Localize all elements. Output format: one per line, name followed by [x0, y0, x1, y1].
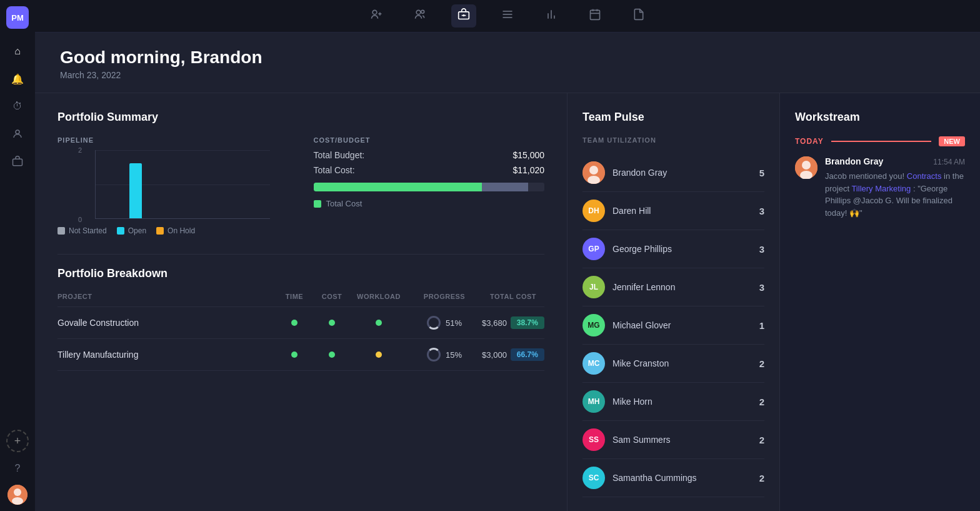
- svg-rect-17: [591, 10, 600, 19]
- team-name-sam: Sam Summers: [612, 435, 752, 445]
- ws-content: Brandon Gray 11:54 AM Jacob mentioned yo…: [825, 156, 965, 219]
- team-member-sam: SS Sam Summers 2: [582, 421, 764, 459]
- total-cost-row: Total Cost: $11,020: [314, 165, 545, 175]
- workload-dot-1: [351, 320, 407, 326]
- legend-label-on-hold: On Hold: [168, 226, 195, 235]
- avatar-samantha: SC: [582, 467, 605, 489]
- nav-document[interactable]: [626, 4, 651, 28]
- cost-budget-label: COST/BUDGET: [314, 136, 545, 144]
- sidebar-avatar[interactable]: [8, 485, 28, 505]
- main-content: Good morning, Brandon March 23, 2022 Por…: [35, 33, 980, 511]
- sidebar-item-home[interactable]: ⌂: [6, 40, 29, 63]
- nav-users[interactable]: [408, 4, 432, 28]
- top-nav: [35, 0, 980, 33]
- time-status-1: [291, 320, 298, 326]
- svg-point-22: [589, 166, 598, 175]
- today-label: TODAY: [795, 137, 824, 146]
- svg-point-5: [372, 10, 377, 14]
- team-member-mike-c: MC Mike Cranston 2: [582, 345, 764, 383]
- team-count-mike-h: 2: [759, 397, 764, 407]
- pipeline-chart: PIPELINE 2 0: [58, 136, 289, 235]
- sidebar-item-clock[interactable]: ⏱: [6, 95, 29, 118]
- workload-status-1: [376, 320, 382, 326]
- workstream-panel: Workstream TODAY NEW Brandon Gray: [780, 93, 980, 511]
- team-member-michael: MG Michael Glover 1: [582, 306, 764, 345]
- progress-badge-1: 38.7%: [511, 316, 544, 329]
- sidebar-help[interactable]: ?: [6, 457, 29, 480]
- avatar-mike-h: MH: [582, 390, 605, 413]
- svg-point-6: [416, 10, 421, 14]
- ws-item-header: Brandon Gray 11:54 AM: [825, 156, 965, 166]
- team-count-samantha: 2: [759, 473, 764, 483]
- svg-point-25: [802, 161, 811, 169]
- cost-legend: Total Cost: [314, 199, 545, 208]
- budget-fill-gray: [482, 183, 528, 191]
- nav-add-user[interactable]: [364, 4, 389, 28]
- total-cost-cell-2: $3,000 66.7%: [482, 348, 544, 361]
- page-header: Good morning, Brandon March 23, 2022: [35, 33, 980, 93]
- team-member-george: GP George Phillips 3: [582, 230, 764, 268]
- budget-fill-green: [314, 183, 482, 191]
- nav-calendar[interactable]: [582, 4, 608, 28]
- workstream-today-header: TODAY NEW: [795, 136, 965, 146]
- svg-point-0: [16, 130, 19, 134]
- time-dot-2: [276, 352, 313, 358]
- nav-briefcase[interactable]: [451, 4, 476, 28]
- team-count-mike-c: 2: [759, 358, 764, 369]
- col-progress: PROGRESS: [407, 293, 482, 300]
- team-name-daren: Daren Hill: [612, 206, 752, 216]
- budget-bar: [314, 183, 545, 191]
- svg-point-4: [12, 497, 23, 505]
- chart-container: 2 0: [95, 150, 270, 219]
- total-cost-value: $11,020: [512, 165, 544, 175]
- team-count-jennifer: 3: [759, 282, 764, 293]
- nav-chart[interactable]: [539, 4, 564, 28]
- ws-timestamp: 11:54 AM: [933, 158, 965, 166]
- workload-status-2: [376, 352, 382, 358]
- team-member-samantha: SC Samantha Cummings 2: [582, 459, 764, 497]
- legend-dot-on-hold: [156, 227, 164, 235]
- cost-budget: COST/BUDGET Total Budget: $15,000 Total …: [314, 136, 545, 235]
- new-badge: NEW: [939, 136, 965, 146]
- dashboard-panels: Portfolio Summary PIPELINE: [35, 93, 980, 511]
- today-line: [831, 141, 932, 142]
- legend-dot-open: [117, 227, 124, 235]
- ws-text-prefix: Jacob mentioned you!: [825, 171, 907, 181]
- team-count-sam: 2: [759, 435, 764, 445]
- sidebar: PM ⌂ 🔔 ⏱ + ?: [0, 0, 35, 511]
- ws-link-contracts[interactable]: Contracts: [907, 171, 942, 181]
- cost-legend-dot: [314, 200, 321, 208]
- team-count-michael: 1: [759, 320, 764, 331]
- breakdown-header: PROJECT TIME COST WORKLOAD PROGRESS TOTA…: [58, 293, 544, 307]
- cost-dot-1: [313, 320, 351, 326]
- total-budget-row: Total Budget: $15,000: [314, 150, 545, 160]
- sidebar-item-bag[interactable]: [6, 150, 29, 173]
- sidebar-add-button[interactable]: +: [6, 430, 29, 452]
- col-total-cost: TOTAL COST: [482, 293, 544, 300]
- time-dot-1: [276, 320, 313, 326]
- divider-1: [58, 254, 544, 255]
- total-cost-cell-1: $3,680 38.7%: [482, 316, 544, 329]
- legend-open: Open: [117, 226, 146, 235]
- sidebar-item-bell[interactable]: 🔔: [6, 68, 29, 90]
- col-project: PROJECT: [58, 293, 276, 300]
- progress-text-1: 51%: [446, 318, 462, 328]
- nav-list[interactable]: [495, 4, 520, 28]
- content: Good morning, Brandon March 23, 2022 Por…: [35, 33, 980, 511]
- col-cost: COST: [313, 293, 351, 300]
- sidebar-item-people[interactable]: [6, 123, 29, 145]
- cost-amount-2: $3,000: [482, 350, 507, 360]
- ws-author-name: Brandon Gray: [825, 156, 883, 166]
- progress-cell-1: 51%: [407, 316, 482, 330]
- team-name-brandon: Brandon Gray: [612, 168, 752, 178]
- left-panel: Portfolio Summary PIPELINE: [35, 93, 568, 511]
- total-budget-label: Total Budget:: [314, 150, 365, 160]
- progress-circle-2: [427, 348, 441, 362]
- app-logo[interactable]: PM: [6, 6, 29, 29]
- ws-message-text: Jacob mentioned you! Contracts in the pr…: [825, 170, 965, 219]
- progress-badge-2: 66.7%: [511, 348, 544, 361]
- team-member-daren: DH Daren Hill 3: [582, 192, 764, 230]
- ws-link-project[interactable]: Tillery Marketing: [851, 184, 911, 193]
- table-row: Tillery Manufacturing 15% $3,000 66.7%: [58, 339, 544, 371]
- avatar-brandon: [582, 161, 605, 184]
